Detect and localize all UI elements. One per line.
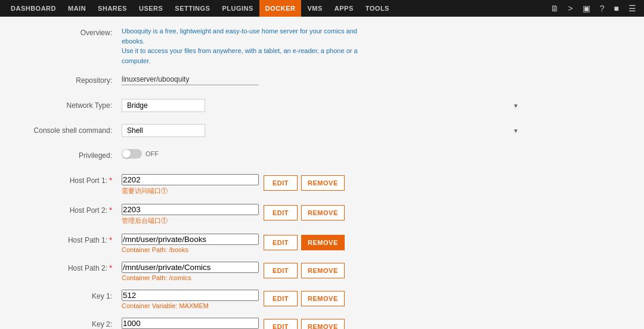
key-2-edit-button[interactable]: EDIT [264, 319, 298, 329]
form-content: Overview: Ubooquity is a free, lightweig… [0, 17, 537, 329]
key-2-field: Container Variable: PUID EDIT REMOVE [122, 318, 522, 329]
network-type-select[interactable]: Bridge Host None Custom [122, 99, 205, 112]
host-path-1-row: Host Path 1: Container Path: /books EDIT… [14, 234, 522, 253]
privileged-value: OFF [122, 149, 522, 159]
repository-input[interactable] [122, 74, 259, 85]
console-shell-select[interactable]: Shell Bash sh [122, 124, 205, 137]
overview-value: Ubooquity is a free, lightweight and eas… [122, 26, 522, 66]
monitor-icon[interactable]: ▣ [580, 2, 593, 14]
console-shell-row: Console shell command: Shell Bash sh ▼ [14, 124, 522, 141]
host-port-2-sublabel: 管理后台端口① [122, 216, 259, 225]
privileged-toggle-row: OFF [122, 149, 522, 159]
key-1-col: Container Variable: MAXMEM [122, 290, 259, 309]
key-1-label: Key 1: [14, 290, 122, 300]
nav-shares[interactable]: Shares [92, 0, 133, 17]
key-2-remove-button[interactable]: REMOVE [301, 319, 345, 329]
toggle-knob [122, 150, 131, 158]
host-path-1-sublabel: Container Path: /books [122, 246, 259, 253]
nav-vms[interactable]: VMs [301, 0, 328, 17]
nav-settings[interactable]: Settings [169, 0, 216, 17]
nav-tools[interactable]: Tools [360, 0, 395, 17]
host-path-1-col: Container Path: /books [122, 234, 259, 253]
host-port-2-edit-button[interactable]: EDIT [264, 205, 298, 221]
host-port-1-field: 需要访问端口① EDIT REMOVE [122, 174, 522, 195]
host-path-1-field: Container Path: /books EDIT REMOVE [122, 234, 522, 253]
screen-icon[interactable]: ■ [611, 2, 622, 14]
key-2-col: Container Variable: PUID [122, 318, 259, 329]
nav-links: Dashboard Main Shares Users Settings Plu… [5, 0, 547, 17]
host-port-1-buttons: EDIT REMOVE [264, 174, 345, 191]
host-port-1-label: Host Port 1: [14, 174, 122, 185]
overview-text: Ubooquity is a free, lightweight and eas… [122, 26, 378, 66]
host-path-1-label: Host Path 1: [14, 234, 122, 244]
nav-apps[interactable]: Apps [329, 0, 360, 17]
host-port-1-row: Host Port 1: 需要访问端口① EDIT REMOVE [14, 174, 522, 195]
network-type-row: Network Type: Bridge Host None Custom ▼ [14, 99, 522, 116]
host-port-1-remove-button[interactable]: REMOVE [301, 175, 345, 191]
host-port-1-sublabel: 需要访问端口① [122, 187, 259, 195]
overview-row: Overview: Ubooquity is a free, lightweig… [14, 26, 522, 66]
nav-docker[interactable]: Docker [259, 0, 302, 17]
key-1-remove-button[interactable]: REMOVE [301, 291, 345, 306]
host-path-2-remove-button[interactable]: REMOVE [301, 263, 345, 278]
privileged-toggle[interactable] [122, 149, 142, 159]
host-port-2-field: 管理后台端口① EDIT REMOVE [122, 204, 522, 225]
repository-value [122, 74, 522, 85]
host-port-2-input[interactable] [122, 204, 259, 215]
host-path-2-sublabel: Container Path: /comics [122, 274, 259, 281]
host-port-2-buttons: EDIT REMOVE [264, 204, 345, 221]
repository-label: Repository: [14, 74, 122, 85]
key-1-sublabel: Container Variable: MAXMEM [122, 302, 259, 309]
console-shell-select-wrapper: Shell Bash sh ▼ [122, 124, 522, 137]
host-port-2-remove-button[interactable]: REMOVE [301, 205, 345, 221]
help-icon[interactable]: ? [597, 2, 608, 14]
host-path-2-label: Host Path 2: [14, 262, 122, 272]
nav-dashboard[interactable]: Dashboard [5, 0, 62, 17]
privileged-toggle-label: OFF [145, 150, 159, 157]
chevron-down-icon-2: ▼ [513, 128, 519, 134]
file-icon[interactable]: 🗎 [547, 2, 562, 14]
host-port-1-edit-button[interactable]: EDIT [264, 175, 298, 191]
host-port-2-col: 管理后台端口① [122, 204, 259, 225]
host-path-2-row: Host Path 2: Container Path: /comics EDI… [14, 262, 522, 281]
console-shell-label: Console shell command: [14, 124, 122, 135]
host-path-2-col: Container Path: /comics [122, 262, 259, 281]
chevron-down-icon: ▼ [513, 103, 519, 109]
key-1-edit-button[interactable]: EDIT [264, 291, 298, 306]
key-2-buttons: EDIT REMOVE [264, 318, 345, 329]
host-path-1-edit-button[interactable]: EDIT [264, 235, 298, 250]
terminal-icon[interactable]: > [565, 2, 576, 14]
privileged-row: Privileged: OFF [14, 149, 522, 166]
host-path-1-buttons: EDIT REMOVE [264, 234, 345, 250]
network-type-value: Bridge Host None Custom ▼ [122, 99, 522, 112]
network-type-select-wrapper: Bridge Host None Custom ▼ [122, 99, 522, 112]
key-1-row: Key 1: Container Variable: MAXMEM EDIT R… [14, 290, 522, 309]
host-path-2-buttons: EDIT REMOVE [264, 262, 345, 278]
privileged-label: Privileged: [14, 149, 122, 160]
network-type-label: Network Type: [14, 99, 122, 110]
host-path-2-edit-button[interactable]: EDIT [264, 263, 298, 278]
host-port-2-label: Host Port 2: [14, 204, 122, 215]
key-1-field: Container Variable: MAXMEM EDIT REMOVE [122, 290, 522, 309]
console-shell-value: Shell Bash sh ▼ [122, 124, 522, 137]
host-port-1-input[interactable] [122, 174, 259, 185]
nav-main[interactable]: Main [62, 0, 92, 17]
host-path-2-field: Container Path: /comics EDIT REMOVE [122, 262, 522, 281]
top-navigation: Dashboard Main Shares Users Settings Plu… [0, 0, 644, 17]
nav-users[interactable]: Users [133, 0, 169, 17]
nav-icons: 🗎 > ▣ ? ■ ☰ [547, 2, 639, 14]
repository-row: Repository: [14, 74, 522, 91]
host-path-1-input[interactable] [122, 234, 259, 245]
key-2-input[interactable] [122, 318, 259, 329]
key-1-buttons: EDIT REMOVE [264, 290, 345, 306]
host-path-2-input[interactable] [122, 262, 259, 273]
host-port-2-row: Host Port 2: 管理后台端口① EDIT REMOVE [14, 204, 522, 225]
nav-plugins[interactable]: Plugins [216, 0, 259, 17]
overview-label: Overview: [14, 26, 122, 37]
key-1-input[interactable] [122, 290, 259, 301]
key-2-row: Key 2: Container Variable: PUID EDIT REM… [14, 318, 522, 329]
host-path-1-remove-button[interactable]: REMOVE [301, 235, 345, 250]
menu-icon[interactable]: ☰ [626, 2, 639, 14]
host-port-1-col: 需要访问端口① [122, 174, 259, 195]
key-2-label: Key 2: [14, 318, 122, 328]
